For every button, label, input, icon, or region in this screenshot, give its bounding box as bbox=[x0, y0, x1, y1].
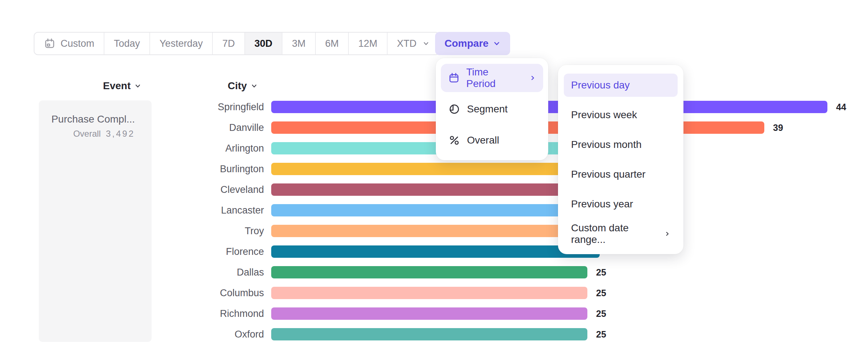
date-range-12m[interactable]: 12M bbox=[348, 33, 387, 54]
submenu-item-previous-week[interactable]: Previous week bbox=[564, 103, 678, 127]
chevron-right-icon bbox=[529, 74, 536, 82]
bar-label-danville: Danville bbox=[109, 121, 264, 134]
bar-value-columbus: 25 bbox=[596, 287, 606, 299]
menu-item-label: Previous quarter bbox=[571, 169, 645, 180]
date-range-yesterday[interactable]: Yesterday bbox=[149, 33, 212, 54]
menu-item-label: Custom date range... bbox=[571, 222, 651, 245]
bar-label-springfield: Springfield bbox=[109, 101, 264, 113]
date-range-toolbar: CustomTodayYesterday7D30D3M6M12MXTD bbox=[34, 32, 440, 55]
event-column-label: Event bbox=[103, 80, 131, 92]
bar-springfield[interactable] bbox=[271, 101, 827, 113]
bar-value-danville: 39 bbox=[773, 121, 783, 134]
compare-menu-item-time-period[interactable]: Time Period bbox=[441, 64, 543, 92]
submenu-item-previous-year[interactable]: Previous year bbox=[564, 193, 678, 216]
submenu-item-previous-day[interactable]: Previous day bbox=[564, 74, 678, 97]
date-range-label: 12M bbox=[358, 38, 377, 49]
date-range-label: 30D bbox=[255, 38, 273, 49]
menu-item-label: Previous week bbox=[571, 109, 637, 121]
date-range-label: 6M bbox=[325, 38, 339, 49]
submenu-item-custom-date-range[interactable]: Custom date range... bbox=[564, 222, 678, 245]
bar-florence[interactable] bbox=[271, 245, 600, 258]
date-range-30d[interactable]: 30D bbox=[244, 33, 282, 54]
calendar-icon bbox=[44, 38, 55, 49]
overall-label: Overall bbox=[73, 129, 101, 139]
menu-item-label: Previous year bbox=[571, 198, 633, 210]
city-column-label: City bbox=[228, 80, 247, 92]
bar-richmond[interactable] bbox=[271, 307, 587, 320]
date-range-label: Custom bbox=[61, 38, 94, 49]
calendar-icon bbox=[448, 72, 460, 84]
date-range-label: 7D bbox=[222, 38, 235, 49]
event-column-header[interactable]: Event bbox=[103, 80, 141, 92]
bar-value-oxford: 25 bbox=[596, 328, 606, 340]
compare-menu-item-segment[interactable]: Segment bbox=[441, 95, 543, 123]
chevron-right-icon bbox=[664, 230, 670, 237]
percent-icon bbox=[449, 135, 460, 146]
bar-value-springfield: 44 bbox=[836, 101, 846, 113]
bar-value-richmond: 25 bbox=[596, 307, 606, 320]
menu-item-label: Segment bbox=[467, 103, 508, 115]
compare-menu: Time Period Segment Overall bbox=[436, 58, 548, 160]
date-range-6m[interactable]: 6M bbox=[315, 33, 348, 54]
chevron-down-icon bbox=[493, 40, 501, 47]
bar-columbus[interactable] bbox=[271, 287, 587, 299]
time-period-submenu: Previous day Previous week Previous mont… bbox=[558, 65, 683, 254]
chevron-down-icon bbox=[134, 82, 141, 90]
city-column-header[interactable]: City bbox=[228, 80, 258, 92]
bar-label-florence: Florence bbox=[109, 245, 264, 258]
bar-label-richmond: Richmond bbox=[109, 307, 264, 320]
date-range-custom[interactable]: Custom bbox=[34, 33, 104, 54]
bar-label-columbus: Columbus bbox=[109, 287, 264, 299]
submenu-item-previous-month[interactable]: Previous month bbox=[564, 133, 678, 156]
compare-menu-item-overall[interactable]: Overall bbox=[441, 126, 543, 154]
menu-item-label: Previous month bbox=[571, 139, 642, 150]
bar-value-dallas: 25 bbox=[596, 266, 606, 278]
bar-label-troy: Troy bbox=[109, 225, 264, 237]
submenu-item-previous-quarter[interactable]: Previous quarter bbox=[564, 163, 678, 186]
date-range-7d[interactable]: 7D bbox=[212, 33, 244, 54]
date-range-3m[interactable]: 3M bbox=[282, 33, 315, 54]
bar-label-arlington: Arlington bbox=[109, 142, 264, 154]
date-range-xtd[interactable]: XTD bbox=[387, 33, 439, 54]
bar-dallas[interactable] bbox=[271, 266, 587, 278]
bar-label-burlington: Burlington bbox=[109, 163, 264, 175]
event-card[interactable]: Purchase Compl... Overall 3,492 bbox=[39, 100, 152, 342]
segment-icon bbox=[449, 103, 460, 115]
compare-button[interactable]: Compare bbox=[435, 32, 510, 55]
chevron-down-icon bbox=[422, 40, 430, 47]
bar-label-oxford: Oxford bbox=[109, 328, 264, 340]
bar-label-lancaster: Lancaster bbox=[109, 204, 264, 216]
menu-item-label: Overall bbox=[467, 135, 499, 146]
date-range-label: Today bbox=[114, 38, 140, 49]
date-range-label: 3M bbox=[292, 38, 306, 49]
date-range-today[interactable]: Today bbox=[104, 33, 149, 54]
menu-item-label: Previous day bbox=[571, 79, 630, 91]
analytics-report-canvas: CustomTodayYesterday7D30D3M6M12MXTD Comp… bbox=[0, 0, 868, 364]
chevron-down-icon bbox=[251, 82, 258, 90]
compare-button-label: Compare bbox=[445, 38, 488, 49]
date-range-label: XTD bbox=[397, 38, 417, 49]
date-range-label: Yesterday bbox=[160, 38, 203, 49]
menu-item-label: Time Period bbox=[466, 66, 516, 90]
bar-oxford[interactable] bbox=[271, 328, 587, 340]
bar-label-dallas: Dallas bbox=[109, 266, 264, 278]
bar-label-cleveland: Cleveland bbox=[109, 183, 264, 196]
